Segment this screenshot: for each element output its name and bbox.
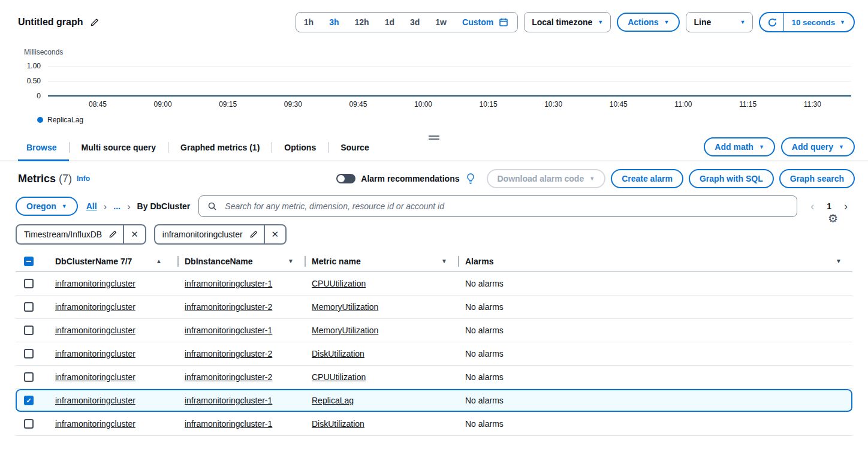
metric-link[interactable]: DiskUtilization — [312, 349, 364, 358]
row-checkbox[interactable] — [24, 419, 34, 429]
edit-filter-icon[interactable] — [248, 225, 264, 243]
tab-browse[interactable]: Browse — [18, 134, 69, 161]
timezone-dropdown[interactable]: Local timezone ▼ — [524, 12, 611, 32]
remove-filter-icon[interactable]: ✕ — [265, 225, 286, 243]
metrics-toolbar: Metrics (7) Info Alarm recommendations D… — [0, 161, 868, 188]
tab-multi-source-query[interactable]: Multi source query — [70, 134, 168, 161]
instance-link[interactable]: inframonitoringcluster-2 — [185, 349, 272, 358]
cluster-link[interactable]: inframonitoringcluster — [55, 279, 135, 288]
edit-filter-icon[interactable] — [107, 225, 123, 243]
column-header-dbinstancename[interactable]: DbInstanceName ▼ — [171, 251, 299, 272]
alarms-status: No alarms — [465, 302, 504, 312]
column-header-metric-name[interactable]: Metric name ▼ — [299, 251, 452, 272]
cluster-link[interactable]: inframonitoringcluster — [55, 302, 135, 312]
row-checkbox[interactable] — [24, 349, 34, 358]
chevron-down-icon: ▼ — [598, 20, 603, 25]
panel-resize-handle-icon[interactable] — [429, 135, 439, 140]
instance-link[interactable]: inframonitoringcluster-1 — [185, 396, 272, 405]
alarms-status: No alarms — [465, 372, 504, 382]
sort-ascending-icon[interactable]: ▲ — [156, 258, 162, 264]
instance-link[interactable]: inframonitoringcluster-1 — [185, 279, 272, 288]
column-header-dbclustername[interactable]: DbClusterName 7/7 ▲ — [42, 251, 171, 272]
table-row[interactable]: inframonitoringcluster inframonitoringcl… — [16, 296, 852, 319]
time-range-1w[interactable]: 1w — [427, 13, 454, 32]
chart-type-dropdown[interactable]: Line ▼ — [686, 12, 753, 32]
graph-with-sql-button[interactable]: Graph with SQL — [689, 169, 774, 188]
row-checkbox[interactable]: ✓ — [24, 396, 34, 405]
row-checkbox[interactable] — [24, 302, 34, 312]
metric-link[interactable]: MemoryUtilization — [312, 302, 378, 312]
cluster-link[interactable]: inframonitoringcluster — [55, 396, 135, 405]
remove-filter-icon[interactable]: ✕ — [124, 225, 145, 243]
settings-gear-icon[interactable]: ⚙ — [824, 212, 842, 225]
region-dropdown[interactable]: Oregon ▼ — [16, 197, 78, 216]
column-filter-icon[interactable]: ▼ — [441, 258, 447, 264]
table-row[interactable]: inframonitoringcluster inframonitoringcl… — [16, 319, 852, 342]
cluster-link[interactable]: inframonitoringcluster — [55, 372, 135, 382]
add-math-dropdown[interactable]: Add math ▼ — [704, 137, 774, 156]
metric-search — [198, 195, 797, 217]
chevron-down-icon: ▼ — [589, 176, 595, 182]
next-page-icon[interactable]: › — [840, 200, 851, 212]
table-settings-cell: ▼ — [836, 251, 852, 272]
table-row-selected[interactable]: ✓ inframonitoringcluster inframonitoring… — [16, 389, 852, 412]
indeterminate-dash — [26, 261, 31, 262]
alarm-recommendations-toggle[interactable] — [336, 174, 355, 183]
info-link[interactable]: Info — [77, 174, 90, 183]
lightbulb-icon[interactable] — [465, 172, 476, 185]
table-row[interactable]: inframonitoringcluster inframonitoringcl… — [16, 342, 852, 366]
time-range-custom[interactable]: Custom — [454, 13, 517, 32]
column-header-alarms[interactable]: Alarms — [452, 251, 836, 272]
row-checkbox[interactable] — [24, 372, 34, 382]
row-checkbox[interactable] — [24, 279, 34, 288]
chart-legend[interactable]: ReplicaLag — [37, 116, 851, 124]
previous-page-icon[interactable]: ‹ — [807, 200, 818, 212]
tab-graphed-metrics[interactable]: Graphed metrics (1) — [168, 134, 272, 161]
add-query-dropdown[interactable]: Add query ▼ — [781, 137, 855, 156]
column-label: Metric name — [312, 257, 361, 266]
time-range-1d[interactable]: 1d — [377, 13, 402, 32]
column-filter-icon[interactable]: ▼ — [288, 258, 294, 264]
instance-link[interactable]: inframonitoringcluster-1 — [185, 419, 272, 429]
refresh-interval-label: 10 seconds — [791, 18, 835, 27]
actions-dropdown[interactable]: Actions ▼ — [617, 13, 680, 32]
breadcrumb-all-link[interactable]: All — [86, 201, 97, 211]
instance-link[interactable]: inframonitoringcluster-2 — [185, 372, 272, 382]
time-range-3h[interactable]: 3h — [321, 13, 346, 32]
tab-source[interactable]: Source — [328, 134, 381, 161]
refresh-button[interactable] — [760, 13, 784, 31]
select-all-checkbox[interactable] — [24, 257, 34, 266]
page-title: Untitled graph — [18, 17, 83, 28]
table-row[interactable]: inframonitoringcluster inframonitoringcl… — [16, 366, 852, 389]
table-row[interactable]: inframonitoringcluster inframonitoringcl… — [16, 412, 852, 436]
x-tick: 11:30 — [804, 100, 821, 109]
table-row[interactable]: inframonitoringcluster inframonitoringcl… — [16, 272, 852, 296]
tab-options[interactable]: Options — [272, 134, 328, 161]
cluster-link[interactable]: inframonitoringcluster — [55, 349, 135, 358]
metric-link[interactable]: CPUUtilization — [312, 279, 366, 288]
metric-link[interactable]: CPUUtilization — [312, 372, 366, 382]
cluster-link[interactable]: inframonitoringcluster — [55, 419, 135, 429]
instance-link[interactable]: inframonitoringcluster-1 — [185, 326, 272, 335]
x-tick: 09:15 — [219, 100, 237, 109]
edit-title-icon[interactable] — [89, 17, 100, 28]
time-range-1h[interactable]: 1h — [296, 13, 321, 32]
row-checkbox[interactable] — [24, 326, 34, 335]
metric-link[interactable]: MemoryUtilization — [312, 326, 378, 335]
plot-area[interactable] — [48, 66, 851, 96]
time-range-3d[interactable]: 3d — [402, 13, 427, 32]
metric-link[interactable]: DiskUtilization — [312, 419, 364, 429]
refresh-interval-dropdown[interactable]: 10 seconds ▼ — [784, 13, 854, 31]
cluster-link[interactable]: inframonitoringcluster — [55, 326, 135, 335]
instance-link[interactable]: inframonitoringcluster-2 — [185, 302, 272, 312]
download-alarm-code-dropdown[interactable]: Download alarm code ▼ — [487, 169, 606, 188]
graph-search-button[interactable]: Graph search — [779, 169, 855, 188]
time-range-12h[interactable]: 12h — [347, 13, 377, 32]
search-input[interactable] — [224, 201, 789, 212]
create-alarm-button[interactable]: Create alarm — [611, 169, 683, 188]
breadcrumb-ellipsis-link[interactable]: ... — [113, 201, 120, 211]
metric-link[interactable]: ReplicaLag — [312, 396, 354, 405]
current-page[interactable]: 1 — [827, 201, 831, 211]
y-axis-unit-label: Milliseconds — [24, 48, 851, 56]
column-filter-icon[interactable]: ▼ — [836, 258, 842, 264]
